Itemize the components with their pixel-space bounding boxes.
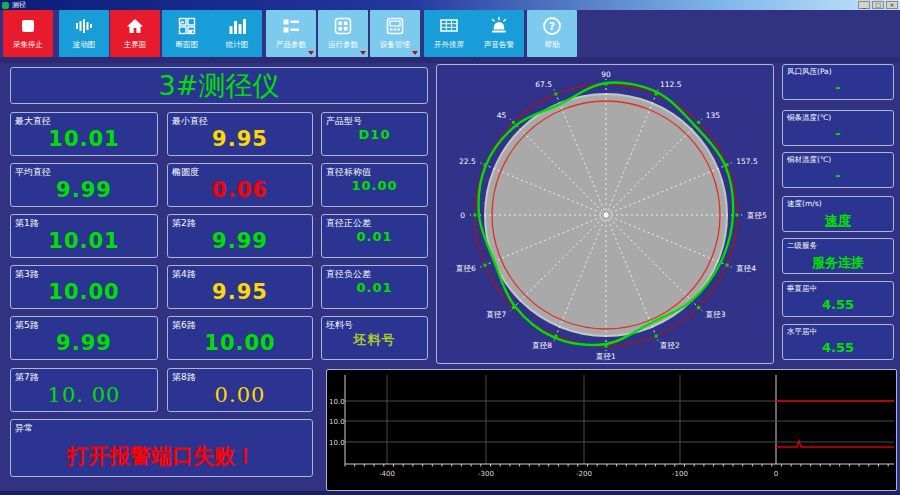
status-value: - bbox=[783, 126, 893, 141]
metric-box: 最小直径9.95 bbox=[167, 112, 313, 156]
status-panel: 铜材温度(℃)- bbox=[782, 152, 894, 188]
toolbar-button-waveform[interactable]: 波动图 bbox=[59, 10, 109, 57]
toolbar-button-alarm[interactable]: 声音告警 bbox=[474, 10, 524, 57]
spoke-marker bbox=[605, 345, 608, 348]
metric-value: 0.01 bbox=[322, 229, 427, 244]
metric-value: 坯料号 bbox=[322, 331, 427, 349]
toolbar-button-sections[interactable]: 断面图 bbox=[162, 10, 212, 57]
minimize-button[interactable]: _ bbox=[858, 1, 870, 9]
polar-label: 直径7 bbox=[486, 310, 507, 319]
spoke-marker bbox=[512, 306, 515, 309]
status-panel: 水平居中4.55 bbox=[782, 324, 894, 360]
alarm-icon bbox=[489, 12, 509, 40]
sections-icon bbox=[177, 12, 197, 40]
titlebar: 测径 _□× bbox=[0, 0, 900, 10]
status-value: 4.55 bbox=[783, 297, 893, 312]
toolbar-button-label: 采集停止 bbox=[13, 40, 43, 49]
metric-value: 9.99 bbox=[11, 178, 157, 202]
status-value-link[interactable]: 速度 bbox=[783, 212, 893, 230]
metric-value: 10.00 bbox=[11, 280, 157, 304]
status-panel: 铜条温度(℃)- bbox=[782, 110, 894, 146]
toolbar-button-label: 产品参数 bbox=[276, 40, 306, 49]
metric-value: 10.00 bbox=[168, 331, 312, 355]
spoke-marker bbox=[474, 214, 477, 217]
maximize-button[interactable]: □ bbox=[872, 1, 884, 9]
toolbar-button-external-screen[interactable]: 开外接屏 bbox=[424, 10, 474, 57]
polar-label: 45 bbox=[497, 111, 507, 120]
status-value: - bbox=[783, 168, 893, 183]
svg-text:?: ? bbox=[549, 20, 555, 33]
toolbar-button-product-params[interactable]: 产品参数 bbox=[266, 10, 316, 57]
metric-value: 9.95 bbox=[168, 127, 312, 151]
status-panel: 速度(m/s)速度 bbox=[782, 196, 894, 232]
cross-section-panel: 022.54567.590112.5135157.5直径5直径4直径3直径2直径… bbox=[436, 64, 774, 364]
polar-label: 直径4 bbox=[735, 264, 756, 273]
app-icon bbox=[2, 2, 9, 9]
toolbar-button-run-params[interactable]: 运行参数 bbox=[318, 10, 368, 57]
cross-section-chart: 022.54567.590112.5135157.5直径5直径4直径3直径2直径… bbox=[437, 65, 773, 363]
toolbar-button-stop[interactable]: 采集停止 bbox=[3, 10, 53, 57]
toolbar-divider bbox=[0, 57, 900, 63]
status-label: 水平居中 bbox=[787, 327, 817, 337]
toolbar-button-help[interactable]: ?帮助 bbox=[527, 10, 577, 57]
status-label: 风口风压(Pa) bbox=[787, 67, 832, 77]
metric-box: 直径正公差0.01 bbox=[321, 214, 428, 258]
x-tick-label: -300 bbox=[478, 470, 494, 478]
toolbar-button-barchart[interactable]: 统计图 bbox=[212, 10, 262, 57]
metric-box: 第4路9.95 bbox=[167, 265, 313, 309]
toolbar-button-label: 开外接屏 bbox=[434, 40, 464, 49]
close-button[interactable]: × bbox=[886, 1, 898, 9]
toolbar-button-label: 断面图 bbox=[176, 40, 199, 49]
window-title: 测径 bbox=[12, 2, 26, 9]
device-manage-icon bbox=[385, 12, 405, 40]
metric-value: 0.00 bbox=[168, 383, 312, 407]
dropdown-arrow-icon bbox=[360, 51, 366, 55]
spoke-marker bbox=[554, 92, 557, 95]
y-axis-label: 10.0 bbox=[329, 439, 345, 447]
toolbar-button-label: 运行参数 bbox=[328, 40, 358, 49]
toolbar-button-device-manage[interactable]: 设备管理 bbox=[370, 10, 420, 57]
spoke-marker bbox=[726, 264, 729, 267]
toolbar-button-label: 波动图 bbox=[73, 40, 96, 49]
trend-chart: -400-300-200-100010.010.010.0 bbox=[327, 370, 896, 490]
metric-value: 10.00 bbox=[322, 178, 427, 193]
metric-value: 10.01 bbox=[11, 229, 157, 253]
x-tick-label: -400 bbox=[379, 470, 395, 478]
trend-chart-panel: -400-300-200-100010.010.010.0 bbox=[326, 369, 897, 491]
status-label: 速度(m/s) bbox=[787, 199, 822, 209]
toolbar-button-home[interactable]: 主界面 bbox=[110, 10, 160, 57]
metric-value: 9.95 bbox=[168, 280, 312, 304]
status-panel: 垂直居中4.55 bbox=[782, 281, 894, 317]
toolbar-button-label: 统计图 bbox=[226, 40, 249, 49]
polar-label: 直径2 bbox=[659, 341, 680, 350]
polar-label: 22.5 bbox=[459, 157, 476, 166]
spoke-marker bbox=[483, 163, 486, 166]
spoke-marker bbox=[655, 92, 658, 95]
spoke-marker bbox=[697, 306, 700, 309]
gauge-title: 3#测径仪 bbox=[159, 68, 280, 104]
metric-box: 第1路10.01 bbox=[10, 214, 158, 258]
metric-box: 第6路10.00 bbox=[167, 316, 313, 360]
spoke-marker bbox=[726, 163, 729, 166]
status-value: 服务连接 bbox=[783, 254, 893, 272]
barchart-icon bbox=[227, 12, 247, 40]
metric-value: 10. 00 bbox=[11, 383, 157, 407]
spoke-marker bbox=[483, 264, 486, 267]
metric-box: 第7路10. 00 bbox=[10, 368, 158, 412]
status-panel: 二级服务服务连接 bbox=[782, 238, 894, 274]
status-label: 二级服务 bbox=[787, 241, 817, 251]
gauge-title-box: 3#测径仪 bbox=[10, 67, 428, 104]
status-value: 4.55 bbox=[783, 340, 893, 355]
dropdown-arrow-icon bbox=[412, 51, 418, 55]
spoke-marker bbox=[697, 121, 700, 124]
home-icon bbox=[125, 12, 145, 40]
help-icon: ? bbox=[542, 12, 562, 40]
status-label: 铜材温度(℃) bbox=[787, 155, 831, 165]
metric-value: D10 bbox=[322, 127, 427, 142]
metric-value: 0.06 bbox=[168, 178, 312, 202]
spoke-marker bbox=[512, 121, 515, 124]
spoke-marker bbox=[554, 335, 557, 338]
metric-box: 椭圆度0.06 bbox=[167, 163, 313, 207]
metric-box: 第3路10.00 bbox=[10, 265, 158, 309]
center-dot bbox=[604, 213, 609, 218]
